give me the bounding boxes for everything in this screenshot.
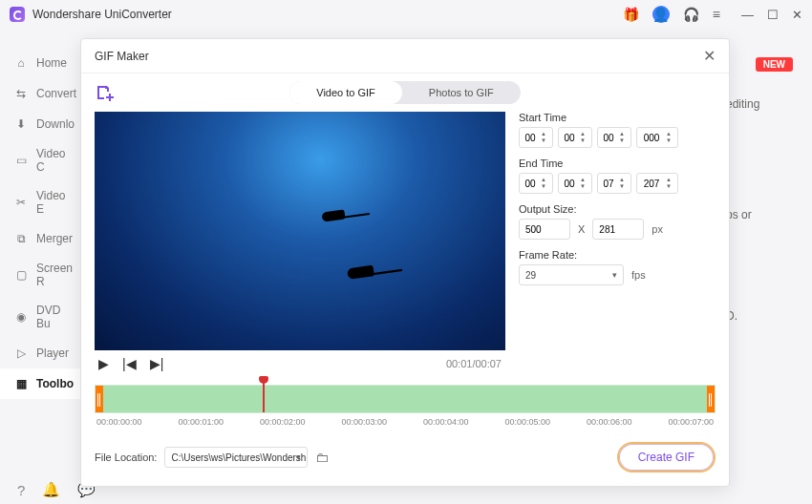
modal-title: GIF Maker	[95, 50, 149, 63]
sidebar: ⌂Home ⇆Convert ⬇Downlo ▭Video C ✂Video E…	[0, 29, 86, 475]
bg-text: editing	[726, 97, 759, 111]
timeline-start-handle[interactable]	[96, 386, 103, 412]
add-file-icon[interactable]	[95, 83, 114, 102]
app-logo	[10, 7, 25, 22]
start-mm-input[interactable]: ▲▼	[558, 127, 592, 148]
sidebar-item-compress[interactable]: ▭Video C	[0, 139, 86, 181]
end-hh-input[interactable]: ▲▼	[519, 173, 553, 194]
timeline-ticks: 00:00:00:0000:00:01:0000:00:02:0000:00:0…	[95, 413, 716, 427]
mode-tabs: Video to GIF Photos to GIF	[289, 81, 520, 104]
sidebar-item-label: Toolbo	[36, 377, 74, 390]
start-ss-input[interactable]: ▲▼	[597, 127, 631, 148]
file-location-label: File Location:	[95, 452, 157, 463]
toolbox-icon: ▦	[13, 376, 29, 391]
minimize-button[interactable]: —	[741, 8, 754, 22]
prev-frame-button[interactable]: |◀	[122, 356, 137, 371]
tab-photos-to-gif[interactable]: Photos to GIF	[402, 81, 521, 104]
sidebar-item-merger[interactable]: ⧉Merger	[0, 223, 86, 254]
user-avatar[interactable]: 👤	[652, 6, 670, 23]
end-time-label: End Time	[519, 158, 716, 169]
home-icon: ⌂	[13, 55, 29, 71]
compress-icon: ▭	[13, 153, 29, 168]
timeline[interactable]	[95, 385, 716, 413]
sidebar-item-label: Home	[36, 56, 67, 70]
sidebar-item-label: Video E	[36, 189, 73, 216]
app-title: Wondershare UniConverter	[32, 8, 172, 21]
timeline-end-handle[interactable]	[707, 386, 715, 412]
sidebar-item-dvd[interactable]: ◉DVD Bu	[0, 296, 86, 338]
open-folder-icon[interactable]: 🗀	[315, 450, 329, 465]
next-frame-button[interactable]: ▶|	[150, 356, 164, 371]
merge-icon: ⧉	[13, 231, 29, 246]
start-hh-input[interactable]: ▲▼	[519, 127, 553, 148]
gift-icon[interactable]: 🎁	[623, 7, 639, 22]
playhead[interactable]	[263, 380, 265, 412]
play-button[interactable]: ▶	[98, 356, 109, 371]
tab-video-to-gif[interactable]: Video to GIF	[289, 81, 402, 104]
sidebar-item-player[interactable]: ▷Player	[0, 338, 86, 368]
player-icon: ▷	[13, 346, 29, 361]
download-icon: ⬇	[13, 116, 29, 132]
sidebar-item-label: Merger	[36, 232, 73, 245]
start-time-label: Start Time	[519, 112, 716, 123]
headset-icon[interactable]: 🎧	[683, 7, 699, 22]
sidebar-item-label: Convert	[36, 87, 76, 100]
sidebar-item-label: DVD Bu	[36, 304, 73, 330]
bell-icon[interactable]: 🔔	[42, 481, 60, 498]
output-width-input[interactable]	[519, 219, 570, 240]
new-badge: NEW	[756, 57, 793, 72]
time-display: 00:01/00:07	[446, 358, 502, 369]
create-gif-button[interactable]: Create GIF	[617, 442, 716, 472]
video-preview[interactable]	[95, 112, 505, 350]
end-ss-input[interactable]: ▲▼	[597, 173, 631, 194]
size-x: X	[578, 223, 585, 235]
sidebar-item-screen[interactable]: ▢Screen R	[0, 254, 86, 296]
sidebar-item-convert[interactable]: ⇆Convert	[0, 78, 86, 109]
frame-rate-select[interactable]: 29	[519, 264, 624, 285]
close-icon[interactable]: ✕	[703, 47, 716, 65]
menu-icon[interactable]: ≡	[713, 7, 720, 22]
file-location-select[interactable]: C:\Users\ws\Pictures\Wondersh	[164, 447, 308, 468]
convert-icon: ⇆	[13, 86, 29, 101]
sidebar-item-edit[interactable]: ✂Video E	[0, 181, 86, 223]
sidebar-item-label: Player	[36, 346, 69, 360]
frame-rate-label: Frame Rate:	[519, 249, 716, 261]
screen-icon: ▢	[13, 267, 29, 283]
fps-unit: fps	[631, 269, 646, 281]
px-unit: px	[652, 223, 663, 235]
start-ms-input[interactable]: ▲▼	[636, 127, 678, 148]
sidebar-item-label: Video C	[36, 147, 73, 174]
help-icon[interactable]: ?	[17, 482, 25, 498]
maximize-button[interactable]: ☐	[767, 8, 779, 22]
output-size-label: Output Size:	[519, 203, 716, 215]
output-height-input[interactable]	[592, 219, 644, 240]
sidebar-item-toolbox[interactable]: ▦Toolbo	[0, 368, 86, 399]
close-button[interactable]: ✕	[792, 8, 802, 22]
sidebar-item-download[interactable]: ⬇Downlo	[0, 109, 86, 139]
sidebar-item-home[interactable]: ⌂Home	[0, 48, 86, 78]
bg-text: ps or	[726, 208, 752, 221]
edit-icon: ✂	[13, 195, 29, 210]
end-mm-input[interactable]: ▲▼	[558, 173, 592, 194]
dvd-icon: ◉	[13, 309, 29, 325]
sidebar-item-label: Screen R	[36, 262, 73, 288]
gif-maker-modal: GIF Maker ✕ Video to GIF Photos to GIF ▶…	[80, 38, 730, 487]
sidebar-item-label: Downlo	[36, 117, 75, 131]
end-ms-input[interactable]: ▲▼	[636, 173, 678, 194]
